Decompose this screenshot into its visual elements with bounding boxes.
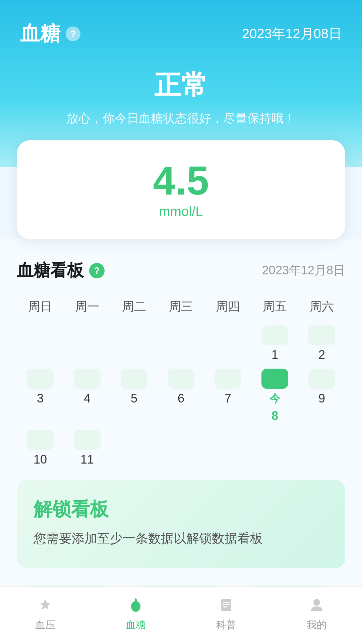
cal-cell-empty-5 bbox=[204, 322, 251, 365]
svg-rect-3 bbox=[223, 604, 230, 605]
weekday-tue: 周二 bbox=[111, 295, 158, 322]
cal-cell-empty-10 bbox=[298, 426, 345, 470]
svg-rect-2 bbox=[223, 602, 230, 603]
cal-cell-empty-3 bbox=[111, 322, 158, 365]
kanban-title-text: 血糖看板 bbox=[17, 259, 84, 282]
cal-cell-empty-9 bbox=[251, 426, 298, 470]
blood-pressure-icon bbox=[35, 595, 55, 615]
kanban-help-icon[interactable]: ? bbox=[89, 263, 105, 278]
calendar-grid: 周日 周一 周二 周三 周四 周五 周六 1 2 3 bbox=[17, 295, 345, 470]
cal-cell-empty-2 bbox=[64, 322, 111, 365]
status-label: 正常 bbox=[20, 67, 342, 104]
bottom-navigation: 血压 血糖 科普 我的 bbox=[0, 586, 362, 644]
status-description: 放心，你今日血糖状态很好，尽量保持哦！ bbox=[20, 110, 342, 127]
kanban-section-header: 血糖看板 ? 2023年12月8日 bbox=[17, 259, 345, 282]
nav-item-mine[interactable]: 我的 bbox=[307, 595, 327, 632]
header-date: 2023年12月08日 bbox=[242, 24, 342, 43]
weekday-wed: 周三 bbox=[158, 295, 204, 322]
unlock-banner: 解锁看板 您需要添加至少一条数据以解锁数据看板 bbox=[17, 480, 345, 568]
nav-label-blood-sugar: 血糖 bbox=[126, 618, 146, 632]
cal-cell-empty-7 bbox=[158, 426, 204, 470]
weekday-mon: 周一 bbox=[64, 295, 111, 322]
blood-sugar-icon bbox=[126, 595, 146, 615]
cal-cell-7[interactable]: 7 bbox=[204, 365, 251, 426]
cal-cell-5[interactable]: 5 bbox=[111, 365, 158, 426]
cal-cell-2[interactable]: 2 bbox=[298, 322, 345, 365]
blood-sugar-unit: mmol/L bbox=[30, 204, 332, 219]
nav-item-science[interactable]: 科普 bbox=[216, 595, 236, 632]
cal-cell-3[interactable]: 3 bbox=[17, 365, 64, 426]
cal-cell-empty-6 bbox=[111, 426, 158, 470]
app-title-group: 血糖 ? bbox=[20, 20, 80, 47]
calendar-row-1: 1 2 bbox=[17, 322, 345, 365]
app-title-text: 血糖 bbox=[20, 20, 60, 47]
cal-cell-empty-4 bbox=[158, 322, 204, 365]
nav-label-mine: 我的 bbox=[307, 618, 327, 632]
person-icon bbox=[307, 595, 327, 615]
app-help-icon[interactable]: ? bbox=[66, 26, 80, 41]
weekday-sat: 周六 bbox=[298, 295, 345, 322]
weekday-thu: 周四 bbox=[204, 295, 251, 322]
cal-cell-6[interactable]: 6 bbox=[158, 365, 204, 426]
calendar-row-3: 10 11 bbox=[17, 426, 345, 470]
nav-item-blood-sugar[interactable]: 血糖 bbox=[126, 595, 146, 632]
calendar-header-row: 周日 周一 周二 周三 周四 周五 周六 bbox=[17, 295, 345, 322]
cal-cell-empty-8 bbox=[204, 426, 251, 470]
nav-item-blood-pressure[interactable]: 血压 bbox=[35, 595, 55, 632]
weekday-sun: 周日 bbox=[17, 295, 64, 322]
main-content: 血糖看板 ? 2023年12月8日 周日 周一 周二 周三 周四 周五 周六 bbox=[0, 239, 362, 644]
nav-label-science: 科普 bbox=[216, 618, 236, 632]
blood-sugar-value: 4.5 bbox=[30, 160, 332, 201]
cal-cell-empty-1 bbox=[17, 322, 64, 365]
reading-card: 4.5 mmol/L bbox=[17, 140, 345, 239]
cal-cell-9[interactable]: 9 bbox=[298, 365, 345, 426]
cal-cell-8-today[interactable]: 今 8 bbox=[251, 365, 298, 426]
hero-top-row: 血糖 ? 2023年12月08日 bbox=[20, 20, 342, 47]
svg-point-5 bbox=[313, 599, 320, 606]
unlock-title: 解锁看板 bbox=[34, 497, 328, 522]
cal-cell-1[interactable]: 1 bbox=[251, 322, 298, 365]
cal-cell-11[interactable]: 11 bbox=[64, 426, 111, 470]
reading-card-wrap: 4.5 mmol/L bbox=[0, 140, 362, 239]
nav-label-blood-pressure: 血压 bbox=[35, 618, 55, 632]
science-icon bbox=[216, 595, 236, 615]
cal-cell-10[interactable]: 10 bbox=[17, 426, 64, 470]
calendar-row-2: 3 4 5 6 7 今 8 9 bbox=[17, 365, 345, 426]
svg-rect-4 bbox=[223, 606, 227, 607]
weekday-fri: 周五 bbox=[251, 295, 298, 322]
cal-cell-4[interactable]: 4 bbox=[64, 365, 111, 426]
kanban-title-group: 血糖看板 ? bbox=[17, 259, 105, 282]
kanban-date: 2023年12月8日 bbox=[262, 262, 345, 279]
unlock-description: 您需要添加至少一条数据以解锁数据看板 bbox=[34, 529, 328, 548]
